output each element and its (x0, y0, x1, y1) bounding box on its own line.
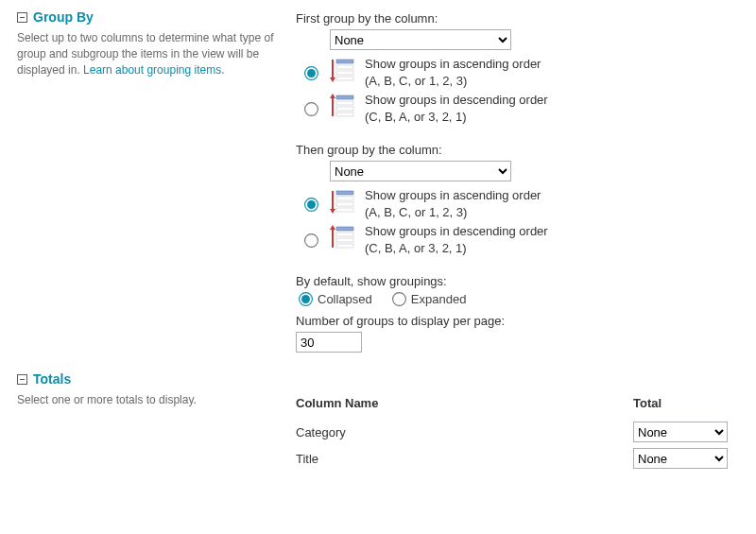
then-asc-line2: (A, B, C, or 1, 2, 3) (365, 204, 541, 221)
collapse-icon[interactable] (17, 12, 27, 23)
svg-rect-24 (336, 244, 353, 248)
collapse-icon[interactable] (17, 374, 27, 385)
svg-rect-12 (336, 112, 353, 116)
groups-per-page-input[interactable] (296, 332, 362, 353)
svg-marker-8 (330, 94, 335, 98)
svg-rect-23 (336, 238, 353, 242)
collapsed-radio[interactable] (299, 292, 313, 306)
totals-row: Category None (296, 422, 739, 442)
then-desc-line1: Show groups in descending order (365, 223, 548, 240)
svg-rect-16 (336, 197, 353, 200)
sort-asc-icon (329, 57, 355, 83)
svg-marker-14 (330, 209, 335, 214)
svg-rect-9 (336, 95, 353, 99)
svg-rect-3 (336, 60, 353, 63)
svg-rect-18 (336, 208, 353, 212)
total-header: Total (633, 396, 739, 410)
first-asc-line2: (A, B, C, or 1, 2, 3) (365, 73, 541, 90)
svg-rect-11 (336, 107, 353, 111)
then-desc-radio[interactable] (304, 233, 318, 248)
first-desc-line2: (C, B, A, or 3, 2, 1) (365, 109, 548, 126)
svg-marker-2 (330, 78, 335, 82)
first-desc-row: Show groups in descending order (C, B, A… (305, 92, 739, 125)
learn-grouping-link[interactable]: Learn about grouping items (83, 63, 221, 77)
default-groupings-label: By default, show groupings: (296, 274, 739, 288)
section-title-group-by: Group By (33, 9, 94, 25)
section-totals: Totals Select one or more totals to disp… (17, 371, 739, 474)
sort-asc-icon (329, 188, 355, 215)
first-group-by-label: First group by the column: (296, 11, 739, 26)
first-asc-row: Show groups in ascending order (A, B, C,… (305, 56, 739, 89)
first-desc-radio[interactable] (304, 102, 318, 116)
then-asc-line1: Show groups in ascending order (365, 187, 541, 204)
totals-row-name: Title (296, 452, 633, 466)
then-asc-radio[interactable] (304, 198, 318, 212)
section-title-totals: Totals (33, 371, 71, 387)
svg-rect-21 (336, 227, 353, 231)
first-group-by-select[interactable]: None (330, 29, 511, 50)
totals-help: Select one or more totals to display. (17, 392, 283, 408)
svg-rect-10 (336, 101, 353, 105)
svg-rect-22 (336, 233, 353, 236)
then-group-by-select[interactable]: None (330, 161, 511, 181)
groups-per-page-label: Number of groups to display per page: (296, 314, 739, 328)
then-desc-line2: (C, B, A, or 3, 2, 1) (365, 240, 548, 257)
totals-row-name: Category (296, 425, 633, 439)
svg-rect-6 (336, 77, 353, 80)
sort-desc-icon (329, 224, 355, 250)
totals-select-title[interactable]: None (633, 448, 728, 469)
svg-rect-15 (336, 191, 353, 195)
expanded-radio[interactable] (392, 292, 406, 306)
section-group-by: Group By Select up to two columns to det… (17, 9, 739, 353)
svg-marker-20 (330, 225, 335, 230)
group-by-help: Select up to two columns to determine wh… (17, 30, 283, 78)
totals-row: Title None (296, 448, 739, 469)
svg-rect-4 (336, 65, 353, 69)
collapsed-label: Collapsed (318, 292, 372, 306)
column-name-header: Column Name (296, 396, 633, 410)
expanded-label: Expanded (411, 292, 467, 306)
then-asc-row: Show groups in ascending order (A, B, C,… (305, 187, 739, 220)
first-asc-line1: Show groups in ascending order (365, 56, 541, 73)
first-asc-radio[interactable] (304, 66, 318, 80)
totals-header-row: Column Name Total (296, 396, 739, 410)
svg-rect-17 (336, 202, 353, 206)
sort-desc-icon (329, 93, 355, 119)
first-desc-line1: Show groups in descending order (365, 92, 548, 109)
svg-rect-5 (336, 71, 353, 75)
totals-select-category[interactable]: None (633, 422, 728, 442)
then-desc-row: Show groups in descending order (C, B, A… (305, 223, 739, 256)
then-group-by-label: Then group by the column: (296, 143, 739, 157)
